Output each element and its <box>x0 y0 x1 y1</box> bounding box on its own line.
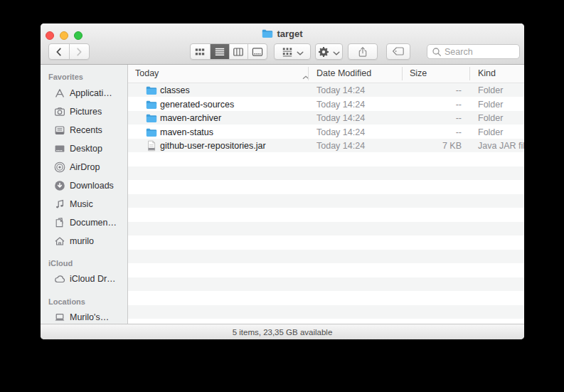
file-list: Today Date Modified Size Kind classesTod… <box>128 65 524 324</box>
sidebar-item-airdrop[interactable]: AirDrop <box>41 158 127 176</box>
sidebar-item-icloud-drive[interactable]: iCloud Dr… <box>41 270 127 288</box>
sidebar-item-pictures[interactable]: Pictures <box>41 102 127 121</box>
music-icon <box>54 198 65 210</box>
documents-icon <box>54 217 65 228</box>
column-divider[interactable] <box>308 67 309 80</box>
chevron-down-icon <box>333 46 340 58</box>
sidebar: Favorites Applicati… Pictures Recents De… <box>41 65 128 324</box>
share-button[interactable] <box>348 43 378 60</box>
list-header: Today Date Modified Size Kind <box>128 65 524 83</box>
column-divider[interactable] <box>469 67 470 80</box>
file-row-classes[interactable]: classesToday 14:24--Folder <box>128 83 524 97</box>
list-view-button[interactable] <box>210 44 229 59</box>
column-header-date[interactable]: Date Modified <box>316 68 371 78</box>
file-row-maven-status[interactable]: maven-statusToday 14:24--Folder <box>128 125 524 139</box>
folder-icon <box>146 112 157 124</box>
sidebar-item-recents[interactable]: Recents <box>41 121 127 139</box>
status-text: 5 items, 23,35 GB available <box>233 328 333 337</box>
airdrop-icon <box>54 161 65 173</box>
search-field[interactable] <box>427 44 520 59</box>
search-icon <box>432 47 442 57</box>
sidebar-item-desktop[interactable]: Desktop <box>41 139 127 158</box>
titlebar[interactable]: target <box>41 23 524 65</box>
column-view-button[interactable] <box>229 44 248 59</box>
sidebar-section-favorites: Favorites <box>48 71 83 83</box>
coverflow-view-button[interactable] <box>248 44 267 59</box>
finder-window: target <box>41 23 524 339</box>
nav-buttons <box>48 43 90 60</box>
arrange-button[interactable] <box>274 43 311 60</box>
column-header-kind[interactable]: Kind <box>478 68 496 78</box>
arrange-icon <box>282 46 293 58</box>
sidebar-item-music[interactable]: Music <box>41 195 127 213</box>
jar-file-icon <box>146 140 157 152</box>
group-header-label[interactable]: Today <box>135 68 159 78</box>
status-bar: 5 items, 23,35 GB available <box>41 324 524 339</box>
folder-icon <box>146 99 157 110</box>
sidebar-item-downloads[interactable]: Downloads <box>41 176 127 195</box>
window-title: target <box>41 27 524 40</box>
tag-icon <box>392 46 405 58</box>
column-divider[interactable] <box>402 67 403 80</box>
column-header-size[interactable]: Size <box>410 68 427 78</box>
icon-view-button[interactable] <box>191 44 210 59</box>
folder-icon <box>146 85 157 96</box>
file-row-generated-sources[interactable]: generated-sourcesToday 14:24--Folder <box>128 97 524 112</box>
sidebar-item-documents[interactable]: Documen… <box>41 213 127 232</box>
share-icon <box>357 46 368 58</box>
search-input[interactable] <box>445 47 515 57</box>
file-row-jar[interactable]: github-user-repositories.jarToday 14:247… <box>128 139 524 153</box>
recents-icon <box>54 125 65 136</box>
sidebar-section-locations: Locations <box>48 296 85 307</box>
file-row-maven-archiver[interactable]: maven-archiverToday 14:24--Folder <box>128 111 524 125</box>
action-menu-button[interactable] <box>315 43 343 60</box>
laptop-icon <box>54 312 65 323</box>
pictures-icon <box>54 106 65 117</box>
gear-icon <box>318 46 329 58</box>
tag-button[interactable] <box>386 43 410 60</box>
downloads-icon <box>54 180 65 191</box>
sidebar-item-computer[interactable]: Murilo's… <box>41 308 127 324</box>
folder-icon <box>262 29 273 38</box>
cloud-icon <box>54 273 65 285</box>
chevron-down-icon <box>297 46 304 58</box>
window-title-text: target <box>277 28 302 39</box>
desktop-background: { "window": { "title": "target" }, "tool… <box>0 0 564 392</box>
home-icon <box>54 235 65 247</box>
desktop-icon <box>54 143 65 154</box>
sidebar-item-applications[interactable]: Applicati… <box>41 84 127 102</box>
view-mode-control <box>190 43 267 60</box>
applications-icon <box>54 88 65 99</box>
file-rows: classesToday 14:24--Folder generated-sou… <box>128 83 524 324</box>
back-button[interactable] <box>49 44 69 59</box>
forward-button[interactable] <box>69 44 89 59</box>
sidebar-item-home[interactable]: murilo <box>41 232 127 250</box>
folder-icon <box>146 127 157 138</box>
sidebar-section-icloud: iCloud <box>48 258 73 269</box>
